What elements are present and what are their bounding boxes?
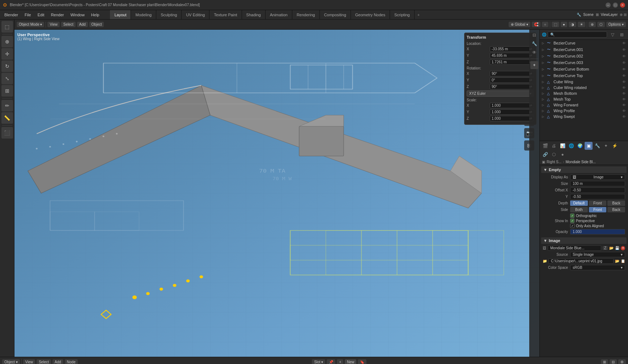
euler-dropdown[interactable]: XYZ Euler▾ (467, 90, 534, 97)
source-value[interactable]: Single Image▾ (570, 252, 625, 257)
bottom-add-node-btn[interactable]: + (337, 359, 343, 364)
bottom-settings-btn[interactable]: ⚙ (618, 359, 626, 364)
bottom-sync-btn[interactable]: ⊞ (601, 359, 608, 364)
bottom-node-btn[interactable]: Node (65, 359, 78, 364)
image-unlink-button[interactable]: ✕ (621, 246, 625, 250)
view-layer-props-tab[interactable]: 📊 (559, 142, 567, 150)
outliner-item-wing-forward[interactable]: ▷ △ Wing Forward 👁 (540, 102, 628, 108)
viewport-mode-dropdown[interactable]: Object Mode ▾ (17, 22, 44, 27)
breadcrumb-item2[interactable]: Mondiale Side Bl... (565, 160, 595, 164)
filter-icon[interactable]: ▽ (608, 31, 616, 39)
proportional-edit[interactable]: ○ (542, 22, 548, 27)
rendered-shading[interactable]: ☀ (578, 22, 585, 27)
tab-texture-paint[interactable]: Texture Paint (209, 10, 242, 19)
browse-folder-icon[interactable]: 📂 (615, 259, 619, 263)
breadcrumb-item1[interactable]: Right S... (547, 160, 561, 164)
outliner-item-bezier-top[interactable]: ▷ 〜 BezierCurve Top 👁 (540, 72, 628, 79)
visibility-toggle[interactable]: 👁 (622, 41, 626, 45)
depth-back-btn[interactable]: Back (607, 200, 625, 206)
perspective-checkbox[interactable] (570, 219, 574, 223)
side-front-btn[interactable]: Front (589, 207, 607, 212)
tab-rendering[interactable]: Rendering (292, 10, 320, 19)
tab-geometry-nodes[interactable]: Geometry Nodes (351, 10, 390, 19)
menu-file[interactable]: File (22, 12, 34, 18)
data-props-tab[interactable]: ⬡ (550, 151, 558, 158)
visibility-toggle-9[interactable]: 👁 (622, 97, 626, 101)
scale-tool[interactable]: ⤡ (1, 73, 13, 84)
outliner-search[interactable] (548, 31, 607, 38)
bottom-pin-btn[interactable]: 📌 (327, 359, 335, 364)
add-workspace-button[interactable]: + (415, 11, 423, 18)
outliner-item-mesh-bottom[interactable]: ▷ △ Mesh Bottom 👁 (540, 90, 628, 96)
add-cube-tool[interactable]: ⬛ (1, 127, 13, 139)
loc-x-value[interactable]: -33.055 m⇄ (490, 46, 534, 52)
outliner-item-cube-wing[interactable]: ▷ △ Cube Wing 👁 (540, 79, 628, 85)
bottom-bookmark-btn[interactable]: 🔖 (358, 359, 366, 364)
menu-blender[interactable]: Blender (1, 12, 21, 18)
menu-window[interactable]: Window (68, 12, 88, 18)
wireframe-shading[interactable]: ⬚ (552, 22, 559, 27)
options-dropdown[interactable]: Options ▾ (606, 22, 626, 27)
scene-name[interactable]: Scene (583, 13, 593, 17)
rot-y-value[interactable]: 0°⇄ (490, 77, 534, 83)
physics-props-tab[interactable]: ⚡ (611, 142, 619, 150)
viewport-3d[interactable]: 70 M TA 70 M W User Perspective (1) Wing… (14, 30, 539, 357)
xray-toggle[interactable]: ⬡ (597, 22, 605, 27)
move-tool[interactable]: ✛ (1, 48, 13, 60)
snap-toggle[interactable]: 🧲 (532, 22, 540, 27)
outliner-item-mesh-top[interactable]: ▷ △ Mesh Top 👁 (540, 96, 628, 102)
visibility-toggle-2[interactable]: 👁 (622, 54, 626, 58)
transform-tool[interactable]: ⊞ (1, 85, 13, 97)
cursor-tool[interactable]: ⊕ (1, 36, 13, 47)
rot-x-value[interactable]: 90°⇄ (490, 71, 534, 76)
view-layer-name[interactable]: ViewLayer (601, 13, 618, 17)
maximize-button[interactable]: □ (613, 3, 618, 8)
image-save-icon[interactable]: 💾 (615, 246, 619, 250)
visibility-toggle-5[interactable]: 👁 (622, 74, 626, 78)
particles-props-tab[interactable]: ✦ (602, 142, 610, 150)
image-browse-icon[interactable]: 📂 (609, 246, 614, 250)
scale-x-value[interactable]: 1.000⇄ (490, 103, 534, 108)
image-section-header[interactable]: ▼ Image (541, 237, 627, 244)
offset-x-value[interactable]: -0.50 (570, 187, 625, 193)
size-value[interactable]: 100 m (570, 181, 625, 186)
modifier-props-tab[interactable]: 🔧 (593, 142, 601, 150)
visibility-toggle-1[interactable]: 👁 (622, 48, 626, 52)
visibility-toggle-7[interactable]: 👁 (622, 86, 626, 90)
menu-help[interactable]: Help (88, 12, 102, 18)
minimize-button[interactable]: ─ (606, 3, 611, 8)
outliner-item-bezier2[interactable]: ▷ 〜 BezierCurve.002 👁 (540, 53, 628, 59)
item-tab[interactable]: ⊟ (530, 31, 538, 39)
constraints-props-tab[interactable]: 🔗 (541, 151, 549, 158)
outliner-item-wing-profile[interactable]: ▷ △ Wing Profile 👁 (540, 108, 628, 114)
add-menu[interactable]: Add (77, 22, 88, 27)
render-props-tab[interactable]: 🎬 (541, 142, 549, 150)
rot-z-value[interactable]: 90°⇄ (490, 84, 534, 89)
select-box-tool[interactable]: ⬚ (1, 21, 13, 33)
filepath-value[interactable]: C:\Users\ruper\...ueprint v01.jpg (548, 258, 614, 264)
tab-uv-editing[interactable]: UV Editing (182, 10, 209, 19)
loc-y-value[interactable]: 45.695 m⇄ (490, 53, 534, 58)
scale-z-value[interactable]: 1.000⇄ (490, 116, 534, 121)
visibility-toggle-10[interactable]: 👁 (622, 103, 626, 107)
display-as-value[interactable]: 🖼 Image ▾ (570, 174, 625, 180)
outliner-item-bezier-bottom[interactable]: ▷ 〜 BezierCurve Bottom 👁 (540, 66, 628, 72)
depth-default-btn[interactable]: Default (570, 200, 588, 206)
outliner-item-bezier0[interactable]: ▷ 〜 BezierCurve 👁 (540, 40, 628, 46)
material-props-tab[interactable]: ● (559, 151, 567, 158)
bottom-add-btn[interactable]: Add (52, 359, 63, 364)
tab-compositing[interactable]: Compositing (320, 10, 351, 19)
visibility-toggle-4[interactable]: 👁 (622, 67, 626, 71)
rotate-tool[interactable]: ↻ (1, 60, 13, 72)
side-both-btn[interactable]: Both (570, 207, 588, 212)
world-props-tab[interactable]: 🌍 (576, 142, 584, 150)
image-name-value[interactable]: Mondiale Side Blue... (548, 245, 601, 251)
scale-y-value[interactable]: 1.000⇄ (490, 109, 534, 115)
bottom-select-btn[interactable]: Select (37, 359, 51, 364)
opacity-value[interactable]: 1.000 (570, 229, 625, 234)
tab-layout[interactable]: Layout (110, 10, 131, 19)
view-tab[interactable]: 👁 (530, 48, 538, 56)
pivot-dropdown[interactable]: ⊕ Global ▾ (509, 22, 530, 27)
solid-shading[interactable]: ● (561, 22, 567, 27)
visibility-toggle-11[interactable]: 👁 (622, 109, 626, 113)
